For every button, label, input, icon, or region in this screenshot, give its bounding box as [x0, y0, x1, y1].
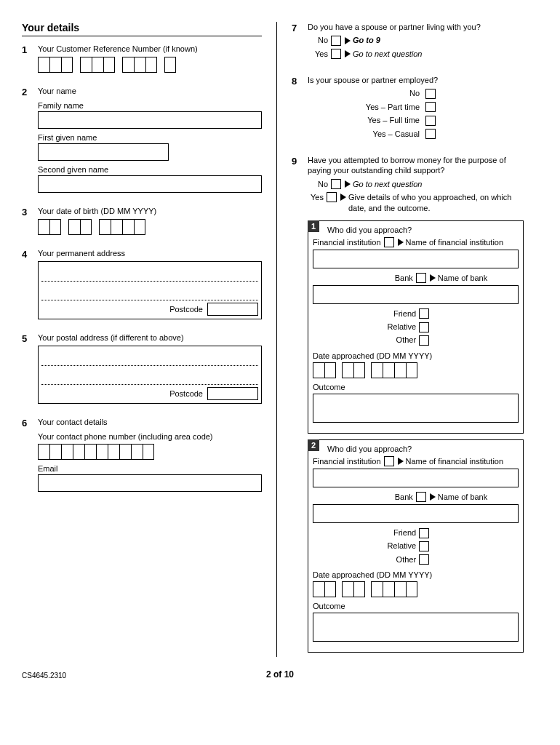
outcome-input[interactable] — [313, 394, 519, 423]
question-1: 1 Your Customer Reference Number (if kno… — [22, 44, 262, 73]
question-number: 6 — [22, 417, 38, 429]
arrow-icon — [430, 493, 436, 501]
family-name-input[interactable] — [38, 111, 262, 129]
friend-checkbox[interactable] — [419, 308, 429, 319]
fin-name-input[interactable] — [313, 250, 519, 268]
question-number: 4 — [22, 248, 38, 260]
crn-group-2[interactable] — [80, 57, 115, 73]
goto-text: Go to next question — [353, 179, 422, 190]
bank-label: Bank — [344, 274, 413, 282]
postcode-label: Postcode — [169, 305, 203, 314]
yes-checkbox[interactable] — [327, 192, 337, 202]
crn-group-3[interactable] — [122, 57, 157, 73]
date-label: Date approached (DD MM YYYY) — [313, 351, 519, 360]
question-text: Your permanent address — [38, 248, 262, 258]
relative-label: Relative — [387, 322, 416, 332]
arrow-icon — [345, 180, 351, 188]
date-month[interactable] — [342, 362, 365, 378]
fin-name-input[interactable] — [313, 469, 519, 487]
relative-checkbox[interactable] — [419, 322, 429, 332]
relative-checkbox[interactable] — [419, 541, 429, 551]
date-year[interactable] — [371, 581, 417, 597]
question-text: Is your spouse or partner employed? — [308, 75, 524, 85]
question-text: Your date of birth (DD MM YYYY) — [38, 206, 262, 216]
no-label: No — [311, 35, 328, 46]
friend-label: Friend — [393, 308, 416, 319]
bank-name-label: Name of bank — [438, 274, 487, 282]
question-number: 5 — [22, 332, 38, 344]
bank-name-input[interactable] — [313, 285, 519, 304]
second-name-label: Second given name — [38, 165, 262, 174]
first-name-label: First given name — [38, 133, 262, 142]
email-input[interactable] — [38, 474, 262, 492]
question-text: Do you have a spouse or partner living w… — [308, 22, 524, 32]
opt-no: No — [409, 88, 420, 99]
dob-month[interactable] — [68, 219, 92, 235]
question-number: 9 — [292, 155, 308, 167]
fin-label: Financial institution — [313, 238, 381, 247]
question-text: Your name — [38, 86, 262, 96]
question-2: 2 Your name Family name First given name… — [22, 86, 262, 192]
arrow-icon — [340, 194, 346, 201]
dob-day[interactable] — [38, 219, 61, 235]
arrow-icon — [430, 274, 436, 282]
subbox-number: 2 — [308, 439, 319, 451]
question-6: 6 Your contact details Your contact phon… — [22, 417, 262, 491]
arrow-icon — [345, 50, 351, 57]
question-3: 3 Your date of birth (DD MM YYYY) — [22, 206, 262, 235]
checkbox-parttime[interactable] — [425, 102, 436, 112]
no-checkbox[interactable] — [331, 36, 341, 46]
no-checkbox[interactable] — [331, 179, 341, 189]
outcome-label: Outcome — [313, 602, 519, 610]
outcome-input[interactable] — [313, 613, 519, 642]
bank-checkbox[interactable] — [416, 273, 426, 283]
yes-label: Yes — [311, 192, 324, 203]
phone-input[interactable] — [38, 444, 154, 460]
section-title: Your details — [22, 22, 262, 36]
question-number: 2 — [22, 86, 38, 97]
fin-name-label: Name of financial institution — [406, 457, 504, 466]
checkbox-no[interactable] — [425, 89, 436, 99]
crn-group-4[interactable] — [164, 57, 176, 73]
postcode-input[interactable] — [207, 303, 258, 316]
postcode-input[interactable] — [207, 387, 258, 400]
fin-name-label: Name of financial institution — [406, 238, 504, 247]
dob-year[interactable] — [99, 219, 145, 235]
subbox-title: Who did you approach? — [327, 445, 519, 453]
date-day[interactable] — [313, 581, 336, 597]
goto-text: Give details of who you approached, on w… — [348, 192, 524, 215]
bank-name-label: Name of bank — [438, 493, 487, 501]
opt-fulltime: Yes – Full time — [367, 115, 420, 126]
permanent-address-input[interactable]: Postcode — [38, 261, 262, 319]
other-checkbox[interactable] — [419, 335, 429, 346]
yes-checkbox[interactable] — [331, 49, 341, 59]
question-5: 5 Your postal address (if different to a… — [22, 332, 262, 404]
second-name-input[interactable] — [38, 175, 262, 193]
postal-address-input[interactable]: Postcode — [38, 346, 262, 404]
question-text: Your Customer Reference Number (if known… — [38, 44, 262, 54]
email-label: Email — [38, 464, 262, 473]
outcome-label: Outcome — [313, 383, 519, 391]
fin-checkbox[interactable] — [384, 237, 394, 247]
checkbox-casual[interactable] — [425, 129, 436, 139]
other-checkbox[interactable] — [419, 554, 429, 565]
relative-label: Relative — [387, 541, 416, 551]
date-month[interactable] — [342, 581, 365, 597]
postcode-label: Postcode — [169, 389, 203, 398]
no-label: No — [311, 179, 328, 190]
bank-checkbox[interactable] — [416, 492, 426, 502]
family-name-label: Family name — [38, 101, 262, 110]
arrow-icon — [398, 458, 404, 465]
friend-checkbox[interactable] — [419, 528, 429, 538]
page-number: 2 of 10 — [266, 669, 294, 680]
date-year[interactable] — [371, 362, 417, 378]
checkbox-fulltime[interactable] — [425, 116, 436, 126]
goto-text: Go to 9 — [353, 35, 380, 46]
opt-parttime: Yes – Part time — [366, 102, 420, 113]
subbox-title: Who did you approach? — [327, 226, 519, 234]
bank-name-input[interactable] — [313, 504, 519, 523]
fin-checkbox[interactable] — [384, 456, 394, 466]
crn-group-1[interactable] — [38, 57, 73, 73]
date-day[interactable] — [313, 362, 336, 378]
first-name-input[interactable] — [38, 143, 169, 161]
